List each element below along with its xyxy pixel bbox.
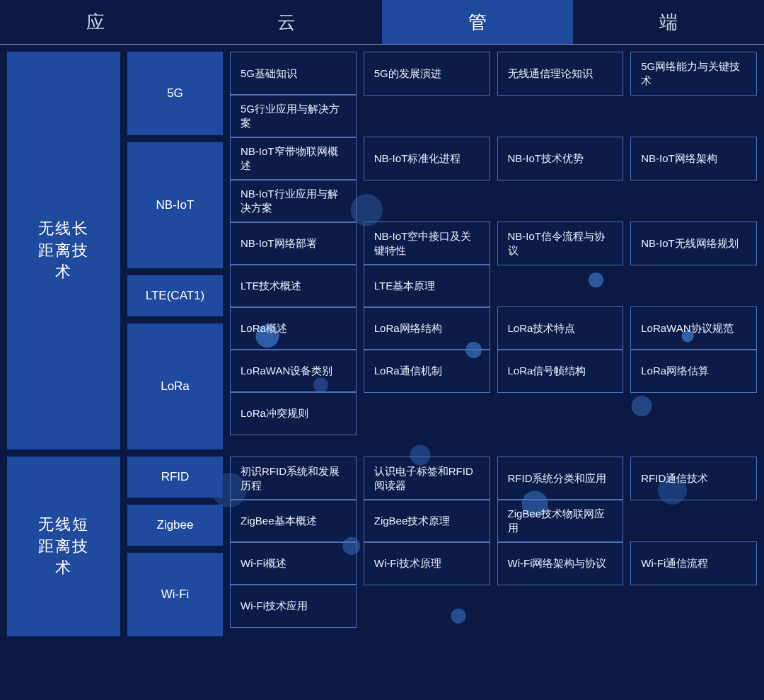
topic-label: Wi-Fi通信流程 — [641, 556, 708, 570]
subcategory-label: LoRa — [161, 379, 190, 394]
topic-item[interactable]: NB-IoT窄带物联网概述 — [230, 137, 357, 180]
topic-label: LoRa信号帧结构 — [508, 364, 586, 378]
topic-item[interactable]: LTE技术概述 — [230, 264, 357, 308]
topic-row: NB-IoT窄带物联网概述NB-IoT标准化进程NB-IoT技术优势NB-IoT… — [230, 137, 757, 172]
subcategory-LTE(CAT1)[interactable]: LTE(CAT1) — [127, 275, 223, 316]
subcategory-NB-IoT[interactable]: NB-IoT — [127, 142, 223, 268]
topic-item[interactable]: LTE基本原理 — [364, 264, 490, 308]
topic-row: LoRa概述LoRa网络结构LoRa技术特点LoRaWAN协议规范 — [230, 306, 757, 342]
topic-item[interactable]: NB-IoT技术优势 — [497, 137, 624, 180]
section-0: 无线长距离技术5GNB-IoTLTE(CAT1)LoRa5G基础知识5G的发展演… — [7, 52, 757, 449]
topic-label: 认识电子标签和RFID阅读器 — [374, 464, 480, 493]
subcategory-column: 5GNB-IoTLTE(CAT1)LoRa — [127, 52, 223, 449]
topic-label: LTE技术概述 — [241, 279, 301, 293]
topic-label: LoRa通信机制 — [374, 364, 442, 378]
topic-label: Wi-Fi网络架构与协议 — [508, 556, 607, 570]
topic-row: 初识RFID系统和发展历程认识电子标签和RFID阅读器RFID系统分类和应用RF… — [230, 457, 757, 492]
topic-row: Wi-Fi技术应用 — [230, 584, 757, 619]
topic-label: 5G的发展演进 — [374, 67, 441, 81]
topic-item[interactable]: Wi-Fi通信流程 — [630, 541, 757, 585]
topic-item[interactable]: LoRa网络估算 — [630, 349, 757, 393]
subcategory-Zigbee[interactable]: Zigbee — [127, 505, 223, 546]
topic-row: Wi-Fi概述Wi-Fi技术原理Wi-Fi网络架构与协议Wi-Fi通信流程 — [230, 541, 757, 577]
topic-label: LoRa网络结构 — [374, 321, 442, 335]
topic-item[interactable]: RFID通信技术 — [630, 457, 757, 500]
topic-item[interactable]: NB-IoT网络部署 — [230, 222, 357, 265]
topic-label: LoRaWAN设备类别 — [241, 364, 332, 378]
subcategory-label: Zigbee — [157, 518, 194, 532]
subcategory-RFID[interactable]: RFID — [127, 457, 223, 498]
topic-item[interactable]: 初识RFID系统和发展历程 — [230, 457, 357, 500]
topic-label: ZigBee基本概述 — [241, 514, 317, 528]
topic-row: LoRaWAN设备类别LoRa通信机制LoRa信号帧结构LoRa网络估算 — [230, 349, 757, 384]
topic-label: NB-IoT信令流程与协议 — [508, 229, 613, 258]
topic-row: NB-IoT行业应用与解决方案 — [230, 179, 757, 214]
subcategory-column: RFIDZigbeeWi-Fi — [127, 457, 223, 636]
topic-item[interactable]: LoRa技术特点 — [497, 306, 624, 350]
topic-label: NB-IoT窄带物联网概述 — [241, 144, 346, 173]
tab-0[interactable]: 应 — [0, 0, 191, 44]
topic-item[interactable]: ZigBee技术原理 — [364, 499, 490, 543]
topic-item[interactable]: NB-IoT标准化进程 — [364, 137, 490, 180]
topic-item[interactable]: Wi-Fi技术原理 — [364, 541, 490, 585]
topic-item[interactable]: LoRa信号帧结构 — [497, 349, 624, 393]
category-label: 无线短距离技术 — [7, 457, 120, 636]
topic-row: 5G基础知识5G的发展演进无线通信理论知识5G网络能力与关键技术 — [230, 52, 757, 87]
topic-item[interactable]: LoRaWAN协议规范 — [630, 306, 757, 350]
topic-item[interactable]: NB-IoT无线网络规划 — [630, 222, 757, 265]
topic-row: NB-IoT网络部署NB-IoT空中接口及关键特性NB-IoT信令流程与协议NB… — [230, 222, 757, 257]
topic-item[interactable]: NB-IoT网络架构 — [630, 137, 757, 180]
topic-label: RFID通信技术 — [641, 471, 708, 486]
tab-label: 端 — [639, 10, 698, 35]
category-text: 无线长距离技术 — [31, 218, 96, 283]
topic-label: LoRa冲突规则 — [241, 406, 308, 420]
topic-label: NB-IoT无线网络规划 — [641, 236, 739, 251]
topic-item[interactable]: LoRaWAN设备类别 — [230, 349, 357, 393]
topic-item[interactable]: 认识电子标签和RFID阅读器 — [364, 457, 490, 500]
subcategory-label: LTE(CAT1) — [146, 289, 204, 303]
subcategory-5G[interactable]: 5G — [127, 52, 223, 135]
topic-item[interactable]: Wi-Fi概述 — [230, 541, 357, 585]
topic-item[interactable]: Wi-Fi网络架构与协议 — [497, 541, 624, 585]
topic-item[interactable]: 5G基础知识 — [230, 52, 357, 96]
topic-item[interactable]: LoRa概述 — [230, 306, 357, 350]
topic-label: LoRa技术特点 — [508, 321, 576, 335]
topic-label: LoRa网络估算 — [641, 364, 709, 378]
tab-1[interactable]: 云 — [191, 0, 382, 44]
topic-item[interactable]: LoRa通信机制 — [364, 349, 490, 393]
topic-item[interactable]: LoRa网络结构 — [364, 306, 490, 350]
topic-item[interactable]: RFID系统分类和应用 — [497, 457, 624, 500]
tab-3[interactable]: 端 — [573, 0, 764, 44]
topic-label: NB-IoT标准化进程 — [374, 151, 461, 166]
topic-label: NB-IoT网络部署 — [241, 236, 317, 251]
topic-label: 5G行业应用与解决方案 — [241, 102, 346, 131]
topic-row: ZigBee基本概述ZigBee技术原理ZigBee技术物联网应用 — [230, 499, 757, 534]
topic-item[interactable]: ZigBee技术物联网应用 — [497, 499, 624, 543]
tab-2[interactable]: 管 — [382, 0, 573, 44]
topic-label: LoRaWAN协议规范 — [641, 321, 733, 335]
subcategory-LoRa[interactable]: LoRa — [127, 323, 223, 449]
topic-item[interactable]: NB-IoT空中接口及关键特性 — [364, 222, 490, 265]
topic-item[interactable]: 5G的发展演进 — [364, 52, 490, 96]
subcategory-label: NB-IoT — [156, 198, 195, 212]
topic-item[interactable]: 5G行业应用与解决方案 — [230, 94, 357, 138]
subcategory-Wi-Fi[interactable]: Wi-Fi — [127, 553, 223, 636]
topic-label: NB-IoT网络架构 — [641, 151, 717, 166]
topic-label: NB-IoT空中接口及关键特性 — [374, 229, 480, 258]
topic-label: NB-IoT技术优势 — [508, 151, 584, 166]
top-tabs: 应云管端 — [0, 0, 764, 45]
topic-item[interactable]: LoRa冲突规则 — [230, 391, 357, 435]
topic-item[interactable]: NB-IoT信令流程与协议 — [497, 222, 624, 265]
topic-item[interactable]: 5G网络能力与关键技术 — [630, 52, 757, 96]
topic-item[interactable]: NB-IoT行业应用与解决方案 — [230, 179, 357, 223]
topic-label: ZigBee技术物联网应用 — [508, 507, 613, 536]
topic-label: 无线通信理论知识 — [508, 67, 593, 81]
topic-label: LoRa概述 — [241, 321, 287, 335]
topic-item[interactable]: Wi-Fi技术应用 — [230, 584, 357, 628]
tab-label: 应 — [66, 10, 125, 35]
topic-item[interactable]: 无线通信理论知识 — [497, 52, 624, 96]
subcategory-label: 5G — [167, 86, 183, 101]
topic-item[interactable]: ZigBee基本概述 — [230, 499, 357, 543]
topic-label: NB-IoT行业应用与解决方案 — [241, 187, 346, 216]
topic-label: 5G网络能力与关键技术 — [641, 59, 746, 88]
